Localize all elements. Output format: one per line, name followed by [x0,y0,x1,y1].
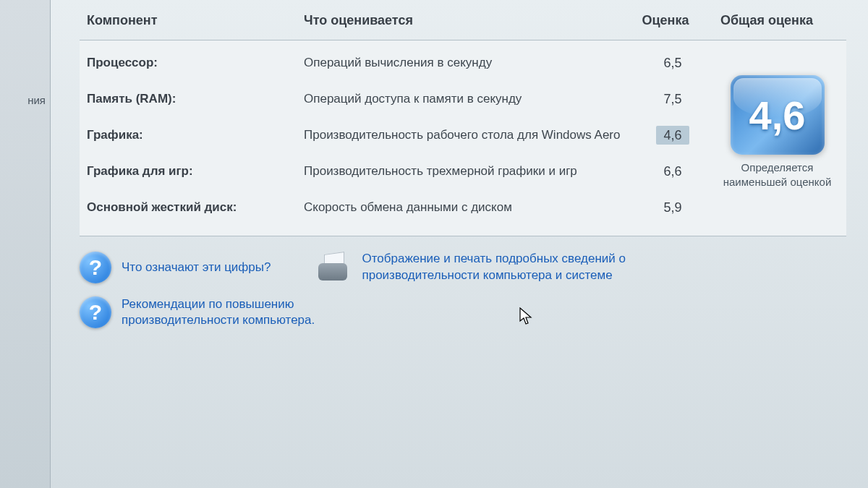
help-link-tips[interactable]: ? Рекомендации по повышению производител… [80,296,411,328]
row-component: Графика для игр: [87,164,304,179]
total-score-value: 4,6 [749,92,806,139]
row-score: 4,6 [637,128,709,143]
row-score: 5,9 [637,200,709,215]
row-rated: Операций доступа к памяти в секунду [304,91,637,107]
left-nav-panel: ния [0,0,51,488]
score-table: Процессор: Операций вычисления в секунду… [80,40,846,236]
row-score: 6,6 [637,164,709,179]
help-icon: ? [80,296,111,328]
total-score-block: 4,6 Определяется наименьшей оценкой [721,75,833,189]
help-icon: ? [80,252,111,283]
printer-icon [314,253,352,282]
main-content: Компонент Что оценивается Оценка Общая о… [51,0,868,488]
row-component: Память (RAM): [87,92,304,106]
row-component: Процессор: [87,56,304,70]
row-rated: Операций вычисления в секунду [304,55,637,71]
table-header: Компонент Что оценивается Оценка Общая о… [51,0,868,40]
total-score-caption: Определяется наименьшей оценкой [721,160,833,189]
header-score: Оценка [629,13,702,28]
header-rated: Что оценивается [304,13,629,28]
row-component: Графика: [87,128,304,142]
help-links-row: ? Что означают эти цифры? Отображение и … [80,251,839,283]
row-rated: Производительность трехмерной графики и … [304,163,637,179]
row-rated: Производительность рабочего стола для Wi… [304,127,637,143]
header-component: Компонент [87,13,304,28]
row-component: Основной жесткий диск: [87,200,304,215]
help-links-row-2: ? Рекомендации по повышению производител… [80,296,839,328]
row-score: 6,5 [637,56,709,71]
row-rated: Скорость обмена данными с диском [304,200,637,215]
wei-score-badge: 4,6 [731,75,825,155]
row-score: 7,5 [637,92,709,107]
left-nav-fragment: ния [27,94,46,106]
help-link-what-numbers[interactable]: ? Что означают эти цифры? [80,251,271,283]
header-total: Общая оценка [702,13,832,28]
table-row: Основной жесткий диск: Скорость обмена д… [87,192,839,228]
help-link-print-details[interactable]: Отображение и печать подробных сведений … [314,251,651,283]
